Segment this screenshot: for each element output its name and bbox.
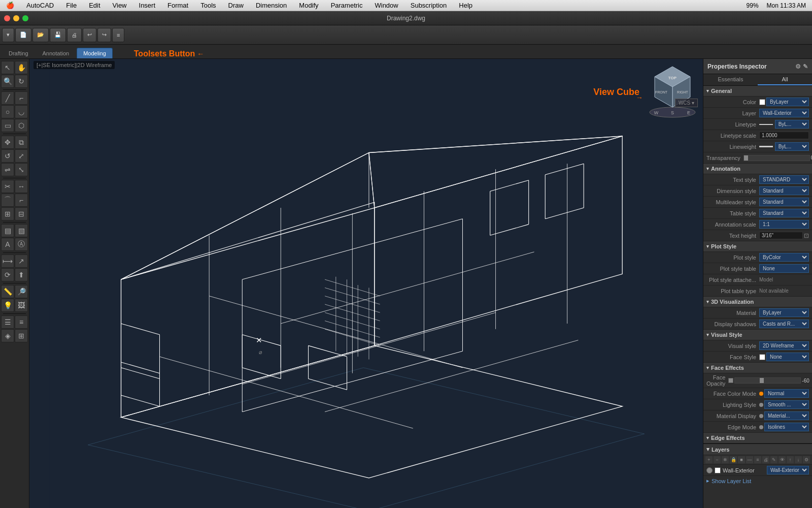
tab-all[interactable]: All [758, 74, 812, 85]
textheight-icon[interactable]: ⊡ [804, 232, 809, 239]
toolbar-redo[interactable]: ↪ [97, 28, 111, 42]
lt-pan[interactable]: ✋ [15, 61, 28, 74]
layer-lineweight-btn[interactable]: ≡ [754, 456, 761, 463]
layer-plot-btn[interactable]: 🖨 [762, 456, 769, 463]
menu-format[interactable]: Format [165, 2, 190, 9]
mleaderstyle-select[interactable]: Standard [759, 198, 809, 206]
menu-window[interactable]: Window [373, 2, 400, 9]
toolbar-plot[interactable]: 🖨 [67, 28, 82, 42]
edge-effects-section-header[interactable]: ▾ Edge Effects [703, 433, 812, 443]
window-controls[interactable] [4, 15, 28, 21]
properties-button[interactable]: ≡ [112, 28, 124, 42]
menu-parametric[interactable]: Parametric [329, 2, 365, 9]
apple-menu[interactable]: 🍎 [4, 2, 16, 9]
layer-linetype-btn[interactable]: — [746, 456, 753, 463]
viewcube-svg[interactable]: S W E TOP RIGHT FRONT [647, 64, 698, 120]
lt-chamfer[interactable]: ⌐ [15, 194, 28, 207]
menu-subscription[interactable]: Subscription [409, 2, 449, 9]
lightingstyle-select[interactable]: Smooth ... [764, 400, 809, 409]
layer-down-btn[interactable]: ↓ [795, 456, 802, 463]
menu-draw[interactable]: Draw [226, 2, 246, 9]
menu-view[interactable]: View [111, 2, 129, 9]
menu-edit[interactable]: Edit [87, 2, 102, 9]
layer-new-btn[interactable]: + [705, 456, 713, 463]
panel-edit-icon[interactable]: ✎ [803, 63, 808, 70]
menu-autocad[interactable]: AutoCAD [24, 2, 56, 9]
lt-orbit[interactable]: ↻ [15, 75, 28, 88]
lt-text[interactable]: A [1, 238, 14, 251]
lt-toolpalette[interactable]: ⊞ [15, 329, 28, 342]
edgemode-select[interactable]: Isolines [764, 423, 809, 431]
annscale-select[interactable]: 1:1 [759, 220, 809, 229]
lt-line[interactable]: ╱ [1, 91, 14, 105]
layer-new2-btn[interactable]: ✎ [770, 456, 777, 463]
textheight-input[interactable] [759, 232, 803, 239]
linetype-select[interactable]: ByL... [775, 120, 809, 129]
lt-inspect[interactable]: 🔎 [15, 285, 28, 298]
layer-select[interactable]: Wall-Exterior [759, 109, 809, 117]
tab-essentials[interactable]: Essentials [703, 74, 758, 85]
lt-light[interactable]: 💡 [1, 299, 14, 312]
menu-modify[interactable]: Modify [297, 2, 320, 9]
lt-fillet[interactable]: ⌒ [1, 194, 14, 207]
menu-file[interactable]: File [64, 2, 79, 9]
visual-style-section-header[interactable]: ▾ Visual Style [703, 330, 812, 340]
lt-zoom[interactable]: 🔍 [1, 75, 14, 88]
lt-layers[interactable]: ☰ [1, 315, 14, 329]
lt-3drotate[interactable]: ⟳ [1, 268, 14, 281]
general-section-header[interactable]: ▾ General [703, 86, 812, 97]
viewport[interactable]: [+|SE Isometric]|2D Wireframe [29, 59, 703, 508]
lt-stretch[interactable]: ⤡ [15, 163, 28, 176]
menu-help[interactable]: Help [457, 2, 475, 9]
lt-properties2[interactable]: ≡ [15, 315, 28, 329]
materialdisplay-select[interactable]: Material... [764, 411, 809, 420]
lt-copy[interactable]: ⧉ [15, 136, 28, 149]
lt-polyline[interactable]: ⌐ [15, 91, 28, 105]
lt-hatch[interactable]: ▤ [1, 224, 14, 237]
layer-visibility-btn[interactable]: 👁 [779, 456, 786, 463]
lt-polygon[interactable]: ⬡ [15, 119, 28, 132]
lt-render[interactable]: 🖼 [15, 299, 28, 312]
panel-settings-icon[interactable]: ⚙ [795, 63, 801, 70]
toolbar-new[interactable]: 📄 [15, 28, 31, 42]
lt-circle[interactable]: ○ [1, 105, 14, 118]
layer-visibility-dot[interactable] [706, 467, 713, 473]
layer-color-btn[interactable]: ■ [738, 456, 745, 463]
shadows-select[interactable]: Casts and R... [759, 320, 809, 328]
tablestyle-select[interactable]: Standard [759, 209, 809, 217]
lt-arc[interactable]: ◡ [15, 105, 28, 118]
toolbar-save[interactable]: 💾 [50, 28, 66, 42]
lt-gradient[interactable]: ▧ [15, 224, 28, 237]
lt-mtext[interactable]: Ⓐ [15, 238, 28, 251]
lt-rotate[interactable]: ↺ [1, 149, 14, 163]
textstyle-select[interactable]: STANDARD [759, 175, 809, 184]
lineweight-select[interactable]: ByL... [775, 142, 809, 151]
toolbar-open[interactable]: 📂 [32, 28, 49, 42]
lt-extend[interactable]: ↔ [15, 180, 28, 193]
visualstyle-select[interactable]: 2D Wireframe [759, 341, 809, 350]
lt-mirror[interactable]: ⇌ [1, 163, 14, 176]
colormode-select[interactable]: Normal [764, 389, 809, 398]
lt-rectangle[interactable]: ▭ [1, 119, 14, 132]
3d-viz-section-header[interactable]: ▾ 3D Visualization [703, 297, 812, 307]
layers-section-header[interactable]: ▾ Layers [703, 444, 812, 455]
lt-select[interactable]: ↖ [1, 61, 14, 74]
menu-tools[interactable]: Tools [198, 2, 218, 9]
lt-matbrowser[interactable]: ◈ [1, 329, 14, 342]
facestyle-select[interactable]: None [766, 353, 809, 361]
layer-lock-btn[interactable]: 🔒 [730, 456, 737, 463]
dimstyle-select[interactable]: Standard [759, 186, 809, 195]
plotstyle-table-select[interactable]: None [759, 264, 809, 273]
layer-select-dropdown[interactable]: Wall-Exterior [767, 466, 809, 474]
lt-leader[interactable]: ↗ [15, 255, 28, 268]
maximize-window-button[interactable] [22, 15, 28, 21]
layer-freeze-btn[interactable]: ❄ [722, 456, 729, 463]
material-select[interactable]: ByLayer [759, 308, 809, 317]
lt-offset[interactable]: ⊞ [1, 207, 14, 220]
linetype-scale-input[interactable] [759, 132, 809, 139]
annotation-section-header[interactable]: ▾ Annotation [703, 164, 812, 174]
layer-settings-btn[interactable]: ⚙ [803, 456, 810, 463]
lt-scale[interactable]: ⤢ [15, 149, 28, 163]
tab-annotation[interactable]: Annotation [36, 48, 76, 58]
toolbar-dropdown[interactable]: ▾ [2, 28, 14, 42]
